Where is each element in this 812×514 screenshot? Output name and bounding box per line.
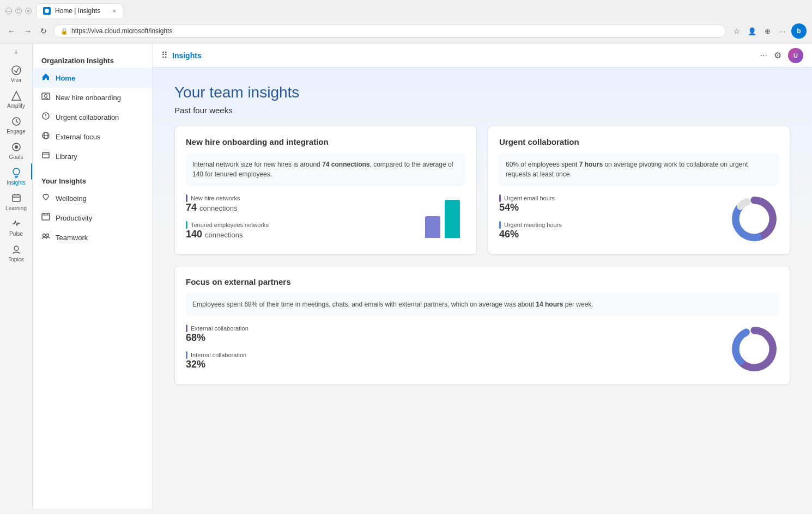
cards-grid: New hire onboarding and integrationInter… — [174, 126, 790, 385]
learning-label: Learning — [5, 205, 27, 211]
address-bar[interactable]: 🔒 https://viva.cloud.microsoft/insights — [53, 25, 726, 38]
maximize-button[interactable]: □ — [15, 8, 22, 14]
icon-nav-item-pulse[interactable]: Pulse — [3, 215, 29, 240]
stat-value-0: 54% — [499, 202, 713, 213]
chart-urgent-collab — [730, 194, 779, 243]
card-title-urgent-collab: Urgent collaboration — [499, 137, 779, 146]
stat-label-0: External collaboration — [186, 325, 713, 332]
svg-rect-8 — [42, 93, 50, 100]
icon-nav-item-amplify[interactable]: Amplify — [3, 87, 29, 112]
sidebar-item-library[interactable]: Library — [33, 146, 152, 166]
stat-label-0: Urgent email hours — [499, 194, 713, 202]
goals-icon — [10, 141, 22, 153]
addressbar-row: ← → ↻ 🔒 https://viva.cloud.microsoft/ins… — [0, 21, 812, 43]
stat-item-0: Urgent email hours54% — [499, 194, 713, 213]
stat-unit-0: connections — [199, 204, 237, 212]
icon-nav-item-engage[interactable]: Engage — [3, 112, 29, 138]
sidebar-productivity-icon — [41, 212, 50, 223]
period-label: Past four weeks — [174, 106, 790, 115]
main-content: Your team insights Past four weeks New h… — [153, 68, 812, 509]
stat-color-bar — [499, 221, 501, 229]
bing-button[interactable]: b — [791, 23, 807, 39]
app-title: Insights — [172, 51, 202, 60]
icon-nav-item-topics[interactable]: Topics — [3, 240, 29, 266]
engage-label: Engage — [7, 128, 25, 134]
more-options-button[interactable]: ··· — [760, 51, 767, 60]
browser-titlebar: — □ × Home | Insights × — [0, 0, 812, 21]
sidebar-wellbeing-label: Wellbeing — [56, 194, 87, 203]
app-container: ⠿ VivaAmplifyEngageGoalsInsightsLearning… — [0, 44, 812, 509]
refresh-button[interactable]: ↻ — [38, 26, 49, 36]
learning-icon — [10, 192, 22, 204]
stat-color-bar — [499, 194, 501, 202]
stats-list-new-hire: New hire networks74 connections Tenured … — [186, 194, 403, 240]
icon-nav-item-learning[interactable]: Learning — [3, 189, 29, 215]
svg-marker-2 — [12, 91, 21, 100]
tab-favicon — [43, 7, 51, 15]
stat-label-1: Internal collaboration — [186, 351, 713, 359]
icon-nav-item-insights[interactable]: Insights — [3, 163, 29, 189]
card-stats-external-partners: External collaboration68% Internal colla… — [186, 325, 779, 374]
close-window-button[interactable]: × — [25, 8, 32, 14]
svg-rect-6 — [13, 195, 20, 201]
card-stats-urgent-collab: Urgent email hours54% Urgent meeting hou… — [499, 194, 779, 243]
stat-value-1: 32% — [186, 359, 713, 370]
sidebar-new-hire-icon — [41, 92, 50, 103]
viva-label: Viva — [11, 77, 21, 83]
minimize-button[interactable]: — — [5, 8, 12, 14]
content-wrapper: Your team insights Past four weeks New h… — [153, 68, 812, 401]
stat-item-1: Tenured employees networks140 connection… — [186, 221, 403, 240]
svg-point-9 — [45, 95, 47, 97]
card-stats-new-hire: New hire networks74 connections Tenured … — [186, 194, 465, 240]
user-avatar[interactable]: U — [788, 48, 803, 63]
sidebar-home-icon — [41, 72, 50, 83]
sidebar-teamwork-icon — [41, 232, 50, 243]
icon-nav-item-viva[interactable]: Viva — [3, 61, 29, 87]
stat-color-bar — [186, 221, 187, 229]
svg-point-16 — [46, 234, 49, 237]
sidebar-item-urgent[interactable]: Urgent collaboration — [33, 107, 152, 127]
svg-rect-14 — [42, 213, 50, 220]
sidebar-external-icon — [41, 131, 50, 142]
svg-point-1 — [12, 66, 21, 75]
profile-icon[interactable]: 👤 — [746, 25, 759, 38]
grid-dots-button[interactable]: ⠿ — [14, 48, 18, 60]
card-urgent-collab: Urgent collaboration60% of employees spe… — [488, 126, 790, 255]
extensions-icon[interactable]: ⊕ — [761, 25, 774, 38]
sidebar-item-new-hire[interactable]: New hire onboarding — [33, 88, 152, 107]
page-title: Your team insights — [174, 84, 790, 101]
sidebar-item-teamwork[interactable]: Teamwork — [33, 228, 152, 247]
star-icon[interactable]: ☆ — [730, 25, 743, 38]
stat-label-0: New hire networks — [186, 194, 403, 202]
browser-tab[interactable]: Home | Insights × — [36, 3, 123, 18]
layout-row: Organization Insights HomeNew hire onboa… — [33, 44, 812, 509]
sidebar-new-hire-label: New hire onboarding — [56, 94, 121, 102]
stat-color-bar — [186, 194, 187, 202]
grid-icon[interactable]: ⠿ — [161, 50, 168, 60]
svg-point-0 — [45, 9, 49, 13]
sidebar-item-wellbeing[interactable]: Wellbeing — [33, 188, 152, 208]
settings-button[interactable]: ⚙ — [774, 50, 781, 60]
stats-list-external-partners: External collaboration68% Internal colla… — [186, 325, 713, 370]
addressbar-icons: ☆ 👤 ⊕ ··· b — [730, 23, 807, 39]
tab-close-button[interactable]: × — [113, 8, 116, 14]
sidebar-item-productivity[interactable]: Productivity — [33, 208, 152, 228]
bar — [445, 200, 460, 238]
forward-button[interactable]: → — [22, 26, 34, 36]
amplify-icon — [10, 90, 22, 102]
icon-nav-item-goals[interactable]: Goals — [3, 138, 29, 163]
sidebar-library-icon — [41, 151, 50, 162]
back-button[interactable]: ← — [5, 26, 17, 36]
card-desc-urgent-collab: 60% of employees spent 7 hours on averag… — [499, 153, 779, 186]
stat-item-1: Internal collaboration32% — [186, 351, 713, 370]
svg-point-7 — [14, 246, 19, 250]
sidebar-wellbeing-icon — [41, 193, 50, 204]
right-panel: ⠿ Insights ··· ⚙ U Your team insights Pa… — [153, 44, 812, 509]
stat-item-1: Urgent meeting hours46% — [499, 221, 713, 240]
menu-icon[interactable]: ··· — [776, 25, 789, 38]
stats-list-urgent-collab: Urgent email hours54% Urgent meeting hou… — [499, 194, 713, 240]
sidebar-productivity-label: Productivity — [56, 214, 92, 222]
sidebar-item-external[interactable]: External focus — [33, 127, 152, 146]
card-title-new-hire: New hire onboarding and integration — [186, 137, 465, 146]
sidebar-item-home[interactable]: Home — [33, 68, 152, 88]
